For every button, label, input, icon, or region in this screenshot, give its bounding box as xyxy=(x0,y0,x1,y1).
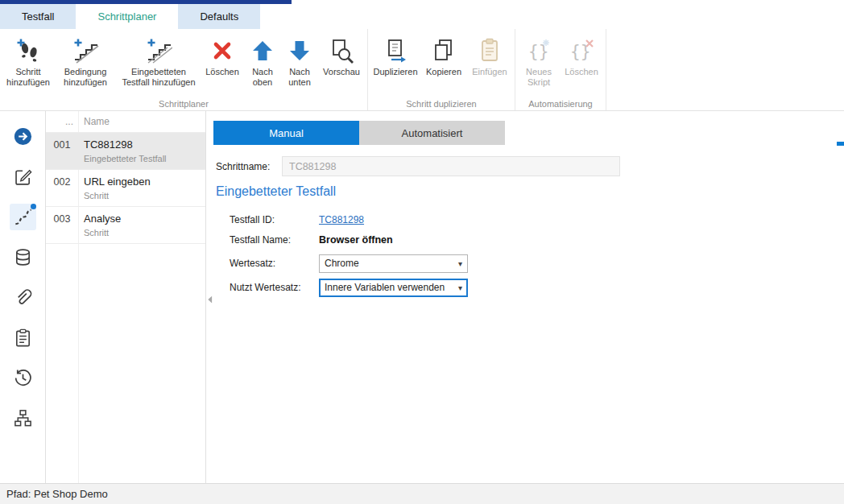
step-number: 003 xyxy=(46,213,78,238)
testfall-name-row: Testfall Name: Browser öffnen xyxy=(230,230,393,250)
checklist-icon xyxy=(13,328,33,348)
step-subtitle: Schritt xyxy=(84,228,121,238)
nach-unten-button[interactable]: Nach unten xyxy=(281,31,318,88)
nutzt-wertesatz-row: Nutzt Wertesatz: Innere Variablen verwen… xyxy=(230,278,468,297)
ribbon-button-label: Schritt hinzufügen xyxy=(2,67,54,88)
ribbon-button-label: Kopieren xyxy=(426,67,461,77)
nav-checklist-button[interactable] xyxy=(10,324,36,351)
tab-manual[interactable]: Manual xyxy=(213,121,359,145)
schrittname-field-row: Schrittname: xyxy=(216,156,620,176)
chevron-left-icon xyxy=(207,295,213,304)
tab-schrittplaner[interactable]: Schrittplaner xyxy=(76,4,178,29)
ribbon-button-label: Löschen xyxy=(565,67,598,77)
schritt-hinzufuegen-button[interactable]: Schritt hinzufügen xyxy=(2,31,54,88)
section-title: Eingebetteter Testfall xyxy=(216,184,336,199)
schrittname-input[interactable] xyxy=(282,156,620,176)
paste-clipboard-icon xyxy=(476,37,503,64)
embedded-testcase-add-icon xyxy=(145,37,172,64)
nav-hierarchy-button[interactable] xyxy=(10,405,36,432)
history-icon xyxy=(13,368,33,388)
condition-add-icon xyxy=(72,37,99,64)
schrittname-label: Schrittname: xyxy=(216,161,282,172)
ribbon-button-label: Bedingung hinzufügen xyxy=(54,67,117,88)
skript-loeschen-button[interactable]: {} Löschen xyxy=(560,31,603,77)
ribbon-button-label: Vorschau xyxy=(323,67,360,77)
move-down-icon xyxy=(286,37,313,64)
nach-oben-button[interactable]: Nach oben xyxy=(244,31,281,88)
tab-accent-bar xyxy=(837,142,844,146)
ribbon-button-label: Nach oben xyxy=(244,67,281,88)
nutzt-wertesatz-label: Nutzt Wertesatz: xyxy=(230,282,319,293)
collapse-panel-handle[interactable] xyxy=(207,295,213,304)
ribbon-group-label: Schrittplaner xyxy=(0,99,367,109)
new-script-icon: {} xyxy=(525,37,552,64)
step-title: Analyse xyxy=(84,213,121,225)
ribbon-group-schritt-duplizieren: Duplizieren Kopieren Einfügen Schritt du… xyxy=(368,29,515,110)
window-tabbar: Testfall Schrittplaner Defaults xyxy=(0,4,260,29)
wertesatz-row: Wertesatz: Chrome ▾ xyxy=(230,254,468,273)
copy-icon xyxy=(430,37,457,64)
ribbon-button-label: Nach unten xyxy=(281,67,318,88)
chevron-down-icon: ▾ xyxy=(453,283,462,292)
steps-path-icon xyxy=(13,207,33,227)
ribbon-group-schrittplaner: Schritt hinzufügen Bedingung hinzufügen … xyxy=(0,29,368,110)
detail-tabbar: Manual Automatisiert xyxy=(213,121,505,145)
edit-icon xyxy=(13,167,33,187)
bedingung-hinzufuegen-button[interactable]: Bedingung hinzufügen xyxy=(54,31,117,88)
tab-automatisiert[interactable]: Automatisiert xyxy=(359,121,505,145)
nutzt-wertesatz-value: Innere Variablen verwenden xyxy=(325,282,445,293)
nav-data-button[interactable] xyxy=(10,244,36,271)
step-row-001[interactable]: 001 TC881298 Eingebetteter Testfall xyxy=(46,133,205,170)
step-subtitle: Schritt xyxy=(84,191,151,200)
nav-attachments-button[interactable] xyxy=(10,284,36,311)
attachment-icon xyxy=(13,287,33,308)
step-row-002[interactable]: 002 URL eingeben Schritt xyxy=(46,170,205,207)
nav-steps-button[interactable] xyxy=(10,204,36,230)
delete-x-icon xyxy=(209,37,236,64)
database-icon xyxy=(13,247,33,267)
kopieren-button[interactable]: Kopieren xyxy=(420,31,467,77)
ribbon-button-label: Einfügen xyxy=(472,67,507,77)
preview-icon xyxy=(328,37,355,64)
eingebetteten-testfall-hinzufuegen-button[interactable]: Eingebetteten Testfall hinzufügen xyxy=(117,31,201,88)
testfall-id-row: Testfall ID: TC881298 xyxy=(230,210,364,229)
detail-pane: Manual Automatisiert Schrittname: Eingeb… xyxy=(206,111,844,483)
tab-testfall[interactable]: Testfall xyxy=(0,4,76,29)
column-header-name: Name xyxy=(78,116,110,127)
delete-script-icon: {} xyxy=(568,37,595,64)
step-list-panel: ... Name 001 TC881298 Eingebetteter Test… xyxy=(46,111,206,483)
vorschau-button[interactable]: Vorschau xyxy=(318,31,365,77)
ribbon-button-label: Löschen xyxy=(205,67,239,77)
wertesatz-value: Chrome xyxy=(325,258,359,269)
ribbon-button-label: Neues Skript xyxy=(518,67,560,88)
step-row-003[interactable]: 003 Analyse Schritt xyxy=(46,207,205,244)
duplicate-icon xyxy=(382,37,409,64)
nutzt-wertesatz-dropdown[interactable]: Innere Variablen verwenden ▾ xyxy=(319,279,468,297)
step-number: 002 xyxy=(46,176,78,201)
step-subtitle: Eingebetteter Testfall xyxy=(84,154,167,163)
step-number: 001 xyxy=(46,138,78,164)
status-path-text: Pfad: Pet Shop Demo xyxy=(6,488,108,500)
loeschen-button[interactable]: Löschen xyxy=(201,31,244,77)
ribbon-button-label: Duplizieren xyxy=(373,67,417,77)
duplizieren-button[interactable]: Duplizieren xyxy=(370,31,420,77)
ribbon-group-label: Schritt duplizieren xyxy=(368,99,515,109)
testfall-id-link[interactable]: TC881298 xyxy=(319,214,364,225)
status-bar: Pfad: Pet Shop Demo xyxy=(0,483,844,504)
step-title: URL eingeben xyxy=(84,176,151,188)
nav-go-button[interactable] xyxy=(10,123,36,150)
hierarchy-icon xyxy=(13,408,33,428)
einfuegen-button[interactable]: Einfügen xyxy=(467,31,512,77)
neues-skript-button[interactable]: {} Neues Skript xyxy=(518,31,560,88)
tab-defaults[interactable]: Defaults xyxy=(178,4,260,29)
notification-dot xyxy=(31,204,36,209)
left-nav-sidebar xyxy=(0,111,46,483)
step-title: TC881298 xyxy=(84,138,167,151)
ribbon: Schritt hinzufügen Bedingung hinzufügen … xyxy=(0,29,844,111)
column-header-num: ... xyxy=(46,116,78,127)
wertesatz-dropdown[interactable]: Chrome ▾ xyxy=(319,254,468,273)
nav-edit-button[interactable] xyxy=(10,163,36,190)
nav-history-button[interactable] xyxy=(10,365,36,391)
wertesatz-label: Wertesatz: xyxy=(230,258,319,269)
chevron-down-icon: ▾ xyxy=(453,259,462,268)
